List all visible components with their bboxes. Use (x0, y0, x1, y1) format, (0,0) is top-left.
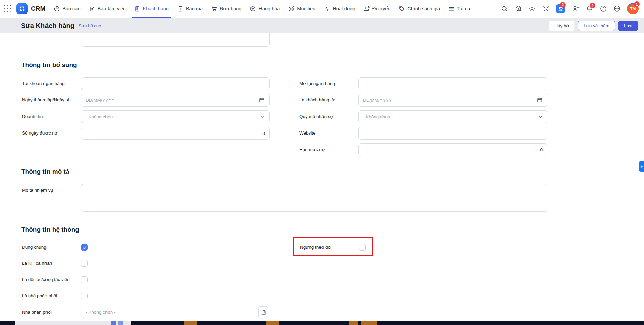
shared-checkbox[interactable] (81, 244, 88, 251)
activity-icon (324, 6, 330, 12)
box-search-icon (515, 5, 522, 12)
field-label: Website (299, 127, 316, 140)
founding-date-input[interactable]: DD/MM/YYYY (81, 94, 270, 107)
cancel-button[interactable]: Hủy bỏ (549, 21, 575, 31)
field-label: Ngày thành lập/Ngày si... (22, 94, 73, 107)
section-title-additional: Thông tin bổ sung (21, 61, 77, 69)
price-tag-icon (399, 6, 405, 12)
nav-item-khach-hang[interactable]: Khách hàng (134, 0, 169, 18)
cart-icon (211, 6, 217, 12)
section-title-description: Thông tin mô tả (21, 168, 69, 175)
save-and-add-button[interactable]: Lưu và thêm (578, 21, 615, 31)
app-name: CRM (31, 5, 45, 12)
nav-item-don-hang[interactable]: Đơn hàng (211, 0, 241, 18)
more-button[interactable] (613, 5, 621, 12)
search-button[interactable] (501, 5, 508, 12)
staff-size-select[interactable]: - Không chọn - (358, 110, 547, 123)
notifications-button[interactable]: 9 (586, 5, 593, 12)
route-icon (364, 6, 370, 12)
field-label: Là khách hàng từ (299, 94, 335, 107)
add-user-button[interactable] (572, 5, 579, 13)
nav-item-tat-ca[interactable]: Tất cả (449, 0, 470, 18)
checkbox-label: Là đối tác/cộng tác viên (22, 273, 70, 286)
field-label: Tài khoản ngân hàng (22, 77, 65, 90)
nav-item-hang-hoa[interactable]: Hàng hóa (250, 0, 280, 18)
edit-layout-link[interactable]: Sửa bố cục (79, 23, 101, 28)
bank-branch-input[interactable] (358, 77, 547, 90)
alarm-clock-icon (542, 5, 550, 12)
field-label: Nhà phân phối (22, 306, 52, 319)
crm-app-window: CRM Báo cáo Bàn làm việc Khách hàng $ Bá… (0, 0, 644, 325)
building-icon (134, 6, 141, 12)
nav-item-muc-tieu[interactable]: Mục tiêu (288, 0, 315, 18)
notifications-badge: 9 (590, 3, 595, 8)
field-label: Số ngày được nợ (22, 127, 58, 140)
checkbox-label: Là KH cá nhân (22, 257, 52, 270)
calendar-icon[interactable] (259, 97, 265, 103)
box-icon (250, 6, 256, 12)
individual-customer-checkbox[interactable] (81, 260, 88, 267)
checkbox-label: Là nhà phân phối (22, 290, 57, 302)
page-title: Sửa Khách hàng (21, 22, 74, 30)
website-input[interactable] (358, 127, 547, 140)
field-label: Hạn mức nợ (299, 143, 325, 156)
gear-icon (528, 5, 536, 12)
field-label: Doanh thu (22, 110, 43, 123)
check-icon (82, 245, 87, 250)
nav-item-chinh-sach-gia[interactable]: Chính sách giá (399, 0, 440, 18)
field-label: Quy mô nhân sự (299, 110, 333, 123)
save-button[interactable]: Lưu (618, 21, 638, 31)
section-title-system: Thông tin hệ thống (21, 226, 79, 233)
revenue-select[interactable]: - Không chọn - (81, 110, 270, 123)
crm-logo-icon[interactable] (16, 3, 28, 14)
target-icon (288, 6, 295, 12)
nav-item-bao-gia[interactable]: $ Báo giá (177, 0, 203, 18)
orders-button[interactable]: 2 (556, 4, 565, 13)
checkbox-label: Dùng chung (22, 241, 47, 254)
reminder-button[interactable] (542, 5, 550, 12)
avatar-badge: 1 (634, 1, 640, 7)
app-launcher-icon[interactable] (4, 5, 11, 12)
nav-item-hoat-dong[interactable]: Hoạt động (324, 0, 355, 18)
chevron-down-icon (538, 115, 543, 119)
orders-badge: 2 (560, 2, 566, 8)
debt-limit-input[interactable]: 0 (358, 143, 547, 156)
stop-following-checkbox[interactable] (359, 244, 366, 251)
customer-since-input[interactable]: DD/MM/YYYY (358, 94, 547, 107)
navbar-tools: 2 9 ? TM 1 (501, 3, 639, 14)
person-add-icon (572, 5, 579, 13)
checkbox-label: Ngừng theo dõi (300, 241, 331, 254)
expand-side-panel-tab[interactable] (639, 161, 644, 172)
ellipsis-icon (613, 5, 621, 12)
form-content: Thông tin bổ sung Tài khoản ngân hàng Ng… (0, 0, 644, 325)
search-icon (501, 5, 508, 12)
distributor-lookup-button[interactable] (258, 306, 268, 318)
svg-text:?: ? (602, 7, 604, 11)
double-chevron-right-icon (640, 165, 643, 168)
field-label: Mô tả nhiệm vụ (22, 184, 53, 197)
nav-item-bao-cao[interactable]: Báo cáo (54, 0, 80, 18)
top-navbar: CRM Báo cáo Bàn làm việc Khách hàng $ Bá… (0, 0, 644, 18)
workspace-icon (89, 6, 95, 12)
user-avatar[interactable]: TM 1 (627, 3, 639, 14)
bank-account-input[interactable] (81, 77, 270, 90)
org-building-icon (260, 309, 266, 315)
nav-item-ban-lam-viec[interactable]: Bàn làm việc (89, 0, 126, 18)
product-search-button[interactable] (515, 5, 522, 12)
distributor-select[interactable]: - Không chọn - (81, 306, 258, 318)
partner-checkbox[interactable] (81, 276, 88, 283)
calendar-icon[interactable] (536, 97, 543, 103)
help-icon: ? (600, 5, 607, 12)
page-header: Sửa Khách hàng Sửa bố cục Hủy bỏ Lưu và … (0, 18, 644, 33)
distributor-checkbox[interactable] (81, 293, 88, 299)
debt-days-input[interactable]: 0 (81, 127, 270, 140)
field-label: Mở tại ngân hàng (299, 77, 335, 90)
receipt-icon: $ (177, 6, 184, 12)
task-description-textarea[interactable] (81, 184, 547, 212)
settings-button[interactable] (528, 5, 536, 12)
help-button[interactable]: ? (600, 5, 607, 12)
chevron-down-icon (260, 115, 265, 119)
svg-text:$: $ (180, 7, 181, 10)
main-nav: Báo cáo Bàn làm việc Khách hàng $ Báo gi… (54, 0, 470, 18)
nav-item-di-tuyen[interactable]: Đi tuyến (364, 0, 390, 18)
